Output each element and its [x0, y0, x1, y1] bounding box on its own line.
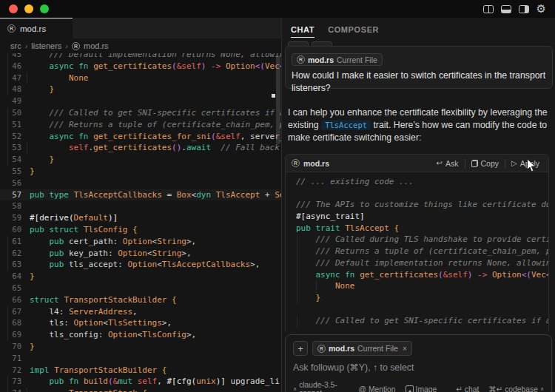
code-block-line: /// Returns a tuple of (certificate_chai…: [296, 246, 548, 257]
line-content[interactable]: async fn get_certificates_for_sni(&self,…: [30, 131, 281, 143]
line-content[interactable]: }: [30, 84, 281, 95]
line-content[interactable]: [30, 200, 281, 212]
line-content[interactable]: [30, 95, 281, 107]
chat-tab-composer[interactable]: COMPOSER: [328, 18, 379, 41]
split-editor-icon[interactable]: [483, 5, 494, 13]
settings-gear-icon[interactable]: ⚙: [536, 4, 546, 15]
mention-button[interactable]: @ Mention: [358, 385, 395, 392]
context-file-chip[interactable]: R mod.rs Current File: [292, 53, 383, 66]
submit-chat-button[interactable]: ↵ chat: [456, 385, 479, 392]
user-message-text: How could I make it easier to switch cer…: [292, 70, 546, 94]
line-content[interactable]: pub tls_accept: Option<TlsAcceptCallback…: [30, 259, 281, 271]
line-number: 50: [0, 107, 30, 119]
code-line: 68 tls: Option<TlsSettings>,: [0, 317, 281, 329]
line-number: 54: [0, 154, 30, 166]
close-window-button[interactable]: [9, 4, 18, 13]
rust-file-icon: R: [297, 55, 305, 64]
line-content[interactable]: /// Returns a tuple of (certificate_chai…: [30, 119, 281, 131]
code-line: 54 }: [0, 154, 281, 166]
line-content[interactable]: struct TransportStackBuilder {: [30, 294, 281, 306]
assistant-code-block: R mod.rs ↩AskCopy▷Apply // ... existing …: [285, 154, 549, 331]
breadcrumb-item-listeners[interactable]: listeners: [31, 41, 61, 50]
line-number: 68: [0, 317, 30, 329]
breadcrumb-item-src[interactable]: src: [10, 41, 21, 50]
line-content[interactable]: }: [30, 271, 281, 283]
line-content[interactable]: /// Called to get SNI-specific certifica…: [30, 107, 281, 119]
line-content[interactable]: TransportStack {: [30, 388, 281, 392]
line-number: 55: [0, 166, 30, 178]
code-line: 60pub struct TlsConfig {: [0, 224, 281, 236]
line-content[interactable]: [30, 283, 281, 294]
line-content[interactable]: impl TransportStackBuilder {: [30, 365, 281, 376]
line-content[interactable]: [30, 353, 281, 365]
indent-guide: [297, 315, 297, 327]
breadcrumb-item-mod-rs[interactable]: mod.rs: [84, 41, 109, 50]
line-content[interactable]: async fn get_certificates(&self) -> Opti…: [30, 61, 281, 72]
submit-codebase-button[interactable]: ⌘↵ codebase ∧: [488, 385, 544, 392]
line-content[interactable]: #[derive(Default)]: [30, 212, 281, 224]
rust-file-icon: R: [292, 159, 300, 167]
code-block-line: }: [296, 292, 548, 304]
line-number: 53: [0, 142, 30, 154]
line-number: 67: [0, 306, 30, 318]
code-line: 52 async fn get_certificates_for_sni(&se…: [0, 131, 281, 143]
line-number: 49: [0, 95, 30, 107]
remove-context-icon[interactable]: ×: [403, 345, 407, 353]
chat-input-placeholder[interactable]: Ask followup (⌘Y), ↑ to select: [293, 362, 544, 373]
tab-label: mod.rs: [20, 24, 46, 33]
indent-guide: [297, 257, 297, 269]
line-content[interactable]: l4: ServerAddress,: [30, 306, 281, 318]
rust-file-icon: R: [317, 345, 326, 353]
code-editor[interactable]: 45 /// Default implementation returns No…: [0, 53, 281, 392]
line-number: 74: [0, 388, 30, 392]
line-content[interactable]: None: [30, 72, 281, 84]
code-line: 51 /// Returns a tuple of (certificate_c…: [0, 119, 281, 131]
chip-file-name: mod.rs: [308, 55, 334, 64]
code-line: 63 pub tls_accept: Option<TlsAcceptCallb…: [0, 259, 281, 271]
line-content[interactable]: pub cert_path: Option<String>,: [30, 236, 281, 248]
line-content[interactable]: [30, 178, 281, 189]
line-number: 69: [0, 329, 30, 341]
chat-input-footer: ∧ claude-3.5-sonnet @ Mention Image ↵ ch…: [293, 381, 544, 392]
line-number: 46: [0, 61, 30, 72]
line-content[interactable]: /// Default implementation returns None,…: [30, 53, 281, 61]
line-content[interactable]: pub struct TlsConfig {: [30, 224, 281, 236]
line-content[interactable]: pub type TlsAcceptCallbacks = Box<dyn Tl…: [30, 189, 281, 201]
tab-mod-rs[interactable]: R mod.rs: [0, 18, 73, 38]
indent-guide: [297, 280, 297, 292]
toggle-secondary-sidebar-icon[interactable]: [519, 5, 529, 13]
line-number: 65: [0, 283, 30, 294]
line-number: 61: [0, 236, 30, 248]
line-number: 70: [0, 341, 30, 353]
minimize-window-button[interactable]: [24, 4, 33, 13]
code-line: 48 }: [0, 84, 281, 95]
zoom-window-button[interactable]: [40, 4, 49, 13]
chat-pane: CHATCOMPOSER R mod.rs Current File How c…: [281, 18, 555, 392]
breadcrumb-separator: ›: [25, 41, 28, 50]
editor-scrollbar[interactable]: [276, 55, 280, 144]
toggle-panel-icon[interactable]: [501, 5, 511, 13]
mouse-cursor: [526, 158, 536, 176]
line-content[interactable]: pub key_path: Option<String>,: [30, 248, 281, 260]
line-content[interactable]: pub fn build(&mut self, #[cfg(unix)] upg…: [30, 376, 281, 388]
chat-input-box[interactable]: + R mod.rs Current File × Ask followup (…: [285, 334, 552, 392]
line-content[interactable]: }: [30, 154, 281, 166]
line-content[interactable]: }: [30, 166, 281, 178]
copy-icon: [471, 160, 478, 167]
input-context-chip[interactable]: R mod.rs Current File ×: [312, 341, 412, 356]
line-content[interactable]: }: [30, 341, 281, 353]
titlebar: ⚙: [0, 0, 555, 18]
code-line: 58: [0, 200, 281, 212]
model-selector[interactable]: ∧ claude-3.5-sonnet: [293, 381, 349, 392]
copy-button[interactable]: Copy: [465, 159, 505, 168]
line-content[interactable]: tls: Option<TlsSettings>,: [30, 317, 281, 329]
indent-guide: [297, 234, 297, 246]
add-context-button[interactable]: +: [293, 341, 308, 356]
code-block-line: // ... existing code ...: [296, 176, 548, 188]
line-content[interactable]: self.get_certificates().await // Fall ba…: [30, 142, 281, 154]
ask-button[interactable]: ↩Ask: [431, 159, 465, 168]
indent-guide: [316, 280, 317, 292]
chat-tab-chat[interactable]: CHAT: [291, 18, 314, 41]
line-content[interactable]: tls_config: Option<TlsConfig>,: [30, 329, 281, 341]
image-button[interactable]: Image: [406, 385, 437, 392]
